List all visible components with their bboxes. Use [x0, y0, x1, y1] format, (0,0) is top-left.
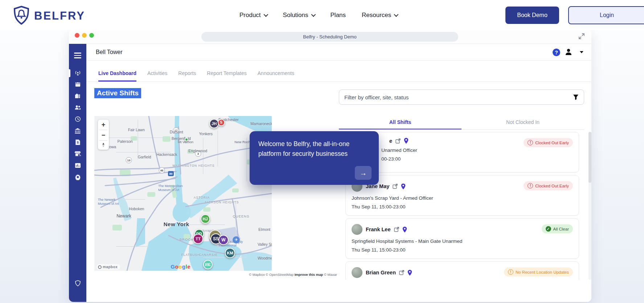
site-name: Johnson's Scrap Yard - Armed Officer [352, 195, 573, 201]
map-label: Dumont [170, 130, 183, 134]
close-traffic-light[interactable] [75, 33, 79, 38]
demo-browser-window: Belfry - Scheduling Demo [69, 29, 591, 302]
shift-card[interactable]: e Unarmed Officer 00-23:00 !Clocked Out … [345, 132, 579, 173]
filter-input[interactable] [344, 90, 562, 104]
mapbox-logo[interactable]: mapbox [97, 264, 120, 270]
tab-announcements[interactable]: Announcements [258, 66, 294, 82]
map-dot-marker [185, 138, 188, 141]
location-pin-icon[interactable] [407, 270, 412, 276]
attrib-mapbox[interactable]: © Mapbox [249, 273, 264, 277]
compass-control[interactable]: ▲ ▼ [102, 141, 105, 150]
help-icon[interactable]: ? [553, 49, 560, 56]
sidebar-item-reports[interactable] [69, 161, 86, 171]
officer-marker[interactable]: JH [209, 119, 219, 128]
officer-marker[interactable]: W [218, 235, 229, 245]
map-label: ASTORIA [194, 196, 210, 199]
site-name: Unarmed Officer [352, 148, 573, 153]
status-badge: !No Recent Location Updates [504, 267, 573, 277]
filter-field [339, 90, 584, 105]
report-card-icon [75, 163, 81, 170]
officer-marker[interactable]: KM [225, 248, 235, 258]
mapbox-icon [98, 265, 102, 269]
location-pin-icon[interactable] [402, 227, 407, 233]
shift-card[interactable]: Frank Lee Springfield Hospital Systems -… [345, 218, 579, 259]
page-title: Bell Tower [96, 49, 123, 55]
map-label: Hoboken [129, 207, 144, 211]
zoom-out-button[interactable]: − [98, 130, 109, 140]
active-shifts-heading: Active Shifts [94, 88, 141, 98]
tab-activities[interactable]: Activities [147, 66, 167, 82]
chevron-down-icon [311, 12, 316, 17]
chevron-down-icon[interactable] [580, 51, 583, 53]
nav-item-plans[interactable]: Plans [331, 12, 346, 19]
url-bar[interactable]: Belfry - Scheduling Demo [201, 32, 458, 42]
tab-live-dashboard[interactable]: Live Dashboard [98, 66, 136, 82]
sidebar-item-schedule[interactable] [69, 79, 86, 90]
map-label: New York [164, 221, 189, 227]
chevron-down-icon [263, 12, 268, 17]
avatar [352, 267, 362, 278]
officer-marker[interactable]: RE [203, 260, 213, 269]
site-building-icon [74, 92, 81, 100]
map-label: Newark [116, 213, 131, 219]
attrib-maxar[interactable]: © Maxar [324, 273, 337, 277]
sidebar-item-sites[interactable] [69, 91, 86, 102]
sidebar-item-officers[interactable] [69, 103, 86, 113]
tooltip-next-button[interactable]: → [355, 166, 372, 180]
officer-marker[interactable]: TT [193, 234, 203, 244]
nav-item-resources[interactable]: Resources [362, 12, 397, 19]
user-icon[interactable] [565, 48, 573, 57]
map-attribution: © Mapbox © OpenStreetMap Improve this ma… [223, 273, 337, 277]
sidebar-item-payroll[interactable] [69, 126, 86, 137]
shift-card[interactable]: Jane May Johnson's Scrap Yard - Armed Of… [345, 175, 579, 216]
sidebar-item-live-dashboard[interactable] [69, 68, 86, 79]
menu-icon[interactable] [74, 51, 81, 60]
scrollbar-thumb[interactable] [588, 132, 591, 183]
sidebar-item-time[interactable] [69, 114, 86, 125]
nav-item-solutions[interactable]: Solutions [283, 12, 315, 19]
officer-marker[interactable]: S [218, 119, 225, 126]
brand-logo[interactable]: BELFRY [13, 6, 85, 26]
sidebar-item-settings[interactable] [69, 172, 86, 183]
location-pin-icon[interactable] [404, 138, 409, 144]
external-link-icon[interactable] [395, 138, 401, 144]
marketing-topbar: BELFRY Product Solutions Plans Resources… [0, 0, 644, 30]
zoom-traffic-light[interactable] [89, 33, 94, 38]
live-map[interactable]: 17 19 46 4 80 Eastchester Mamaroneck Fai… [94, 116, 272, 271]
sidebar-item-security[interactable] [69, 278, 86, 289]
location-pin-icon[interactable] [401, 183, 406, 190]
browser-title: Belfry - Scheduling Demo [303, 34, 356, 40]
filter-funnel-icon[interactable] [573, 94, 579, 101]
brand-name: BELFRY [34, 9, 85, 22]
alert-icon: ! [528, 140, 533, 145]
external-link-icon[interactable] [393, 184, 398, 189]
map-label: Elmont [258, 227, 270, 232]
tab-report-templates[interactable]: Report Templates [207, 66, 246, 82]
nav-item-product[interactable]: Product [239, 12, 267, 19]
svg-text:46: 46 [160, 169, 164, 172]
shift-card[interactable]: Brian Green !No Recent Location Updates [345, 261, 579, 280]
external-link-icon[interactable] [394, 227, 399, 232]
login-button[interactable]: Login [568, 6, 644, 24]
map-label: Mamaroneck [250, 121, 272, 126]
sidebar-item-marketplace[interactable] [69, 149, 86, 160]
sidebar-item-invoicing[interactable]: $ [69, 137, 86, 148]
attrib-improve-link[interactable]: Improve this map [295, 273, 323, 277]
tab-reports[interactable]: Reports [178, 66, 196, 82]
tab-not-clocked-in[interactable]: Not Clocked In [462, 117, 584, 129]
officer-marker[interactable]: HJ [201, 214, 210, 224]
zoom-in-button[interactable]: + [98, 120, 109, 130]
book-demo-button[interactable]: Book Demo [505, 7, 559, 24]
scrollbar[interactable] [588, 132, 591, 280]
shift-time: 00-23:00 [352, 156, 573, 162]
map-label: QUEENS [233, 214, 249, 218]
shield-icon [75, 280, 81, 288]
tab-all-shifts[interactable]: All Shifts [339, 117, 462, 129]
attrib-osm[interactable]: © OpenStreetMap [266, 273, 294, 277]
minimize-traffic-light[interactable] [82, 33, 87, 38]
expand-icon[interactable] [578, 33, 585, 40]
map-label: CANARSIE [199, 253, 218, 257]
shift-time: Thu Sep 11, 15:00-23:00 [352, 247, 573, 253]
external-link-icon[interactable] [399, 270, 404, 275]
status-badge: !Clocked Out Early [524, 181, 573, 190]
